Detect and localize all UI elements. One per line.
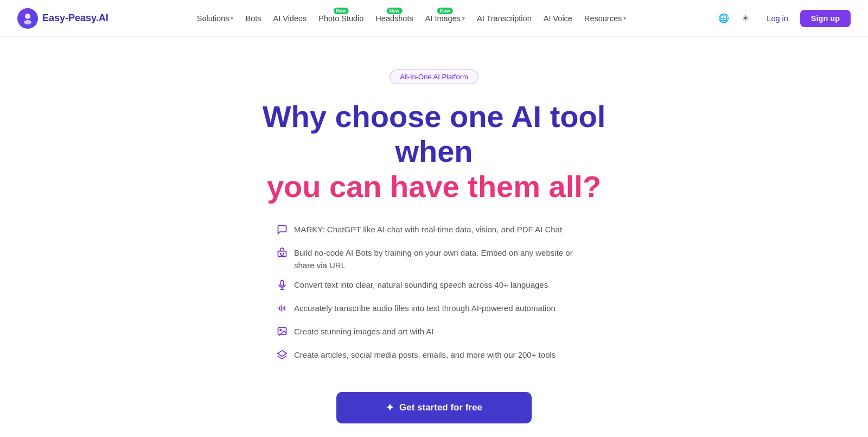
- nav-item-headshots[interactable]: NewHeadshots: [370, 11, 418, 26]
- hero-section: All-In-One AI Platform Why choose one AI…: [0, 37, 868, 437]
- feature-icon: [277, 280, 288, 295]
- feature-text: MARKY: ChatGPT like AI chat with real-ti…: [294, 224, 562, 236]
- nav-item-solutions[interactable]: Solutions▾: [192, 11, 239, 26]
- logo-text: Easy-Peasy.AI: [42, 12, 108, 24]
- nav-item-bots[interactable]: Bots: [240, 11, 266, 26]
- nav-item-label: AI Transcription: [477, 14, 532, 23]
- nav-item-ai-transcription[interactable]: AI Transcription: [471, 11, 537, 26]
- nav-item-resources[interactable]: Resources▾: [579, 11, 631, 26]
- cta-icon: ✦: [386, 402, 394, 414]
- nav-item-label: Photo Studio: [318, 14, 363, 23]
- main-nav: Solutions▾BotsAI VideosNewPhoto StudioNe…: [192, 11, 631, 26]
- feature-text: Convert text into clear, natural soundin…: [294, 279, 548, 292]
- nav-badge-headshots: New: [387, 8, 403, 14]
- feature-icon: [277, 248, 288, 263]
- svg-marker-8: [278, 351, 287, 357]
- feature-icon: [277, 303, 288, 318]
- svg-point-0: [25, 14, 30, 19]
- feature-item: Convert text into clear, natural soundin…: [277, 279, 591, 295]
- feature-icon: [277, 350, 288, 365]
- feature-text: Create stunning images and art with AI: [294, 326, 434, 338]
- nav-item-label: Bots: [245, 14, 261, 23]
- svg-point-7: [280, 330, 282, 331]
- theme-toggle-button[interactable]: ☀: [736, 9, 755, 28]
- cta-button[interactable]: ✦ Get started for free: [336, 392, 532, 423]
- logo[interactable]: Easy-Peasy.AI: [17, 8, 108, 29]
- feature-text: Build no-code AI Bots by training on you…: [294, 247, 591, 271]
- nav-item-label: Headshots: [375, 14, 413, 23]
- nav-item-label: AI Voice: [544, 14, 572, 23]
- svg-rect-6: [278, 328, 286, 335]
- signup-button[interactable]: Sign up: [800, 10, 851, 27]
- feature-text: Accurately transcribe audio files into t…: [294, 302, 556, 315]
- nav-item-label: Solutions: [197, 14, 229, 23]
- header: Easy-Peasy.AI Solutions▾BotsAI VideosNew…: [0, 0, 868, 37]
- nav-item-ai-videos[interactable]: AI Videos: [268, 11, 312, 26]
- svg-point-3: [280, 254, 282, 255]
- nav-item-ai-voice[interactable]: AI Voice: [538, 11, 578, 26]
- feature-item: MARKY: ChatGPT like AI chat with real-ti…: [277, 224, 591, 239]
- cta-label: Get started for free: [399, 402, 482, 413]
- feature-icon: [277, 224, 288, 239]
- chevron-down-icon: ▾: [231, 15, 233, 21]
- chevron-down-icon: ▾: [462, 15, 465, 21]
- feature-text: Create articles, social media posts, ema…: [294, 349, 556, 362]
- hero-title-line1: Why choose one AI tool when: [263, 99, 606, 168]
- globe-button[interactable]: 🌐: [714, 9, 733, 28]
- svg-point-1: [24, 20, 31, 24]
- feature-item: Accurately transcribe audio files into t…: [277, 302, 591, 318]
- svg-rect-5: [281, 281, 284, 286]
- nav-item-label: Resources: [584, 14, 622, 23]
- hero-title-line2: you can have them all?: [267, 169, 601, 204]
- nav-badge-photo-studio: New: [334, 8, 349, 14]
- login-button[interactable]: Log in: [758, 11, 797, 26]
- nav-item-photo-studio[interactable]: NewPhoto Studio: [313, 11, 369, 26]
- nav-badge-ai-images: New: [437, 8, 453, 14]
- chevron-down-icon: ▾: [623, 15, 626, 21]
- logo-icon: [17, 8, 38, 29]
- feature-item: Create articles, social media posts, ema…: [277, 349, 591, 365]
- nav-item-label: AI Images: [425, 14, 461, 23]
- platform-badge: All-In-One AI Platform: [390, 69, 478, 84]
- nav-item-ai-images[interactable]: NewAI Images▾: [420, 11, 470, 26]
- nav-right: 🌐 ☀ Log in Sign up: [714, 9, 851, 28]
- svg-point-4: [283, 254, 284, 255]
- hero-title: Why choose one AI tool when you can have…: [222, 99, 646, 204]
- feature-item: Build no-code AI Bots by training on you…: [277, 247, 591, 271]
- nav-item-label: AI Videos: [273, 14, 307, 23]
- feature-icon: [277, 326, 288, 341]
- feature-item: Create stunning images and art with AI: [277, 326, 591, 341]
- features-list: MARKY: ChatGPT like AI chat with real-ti…: [277, 224, 591, 372]
